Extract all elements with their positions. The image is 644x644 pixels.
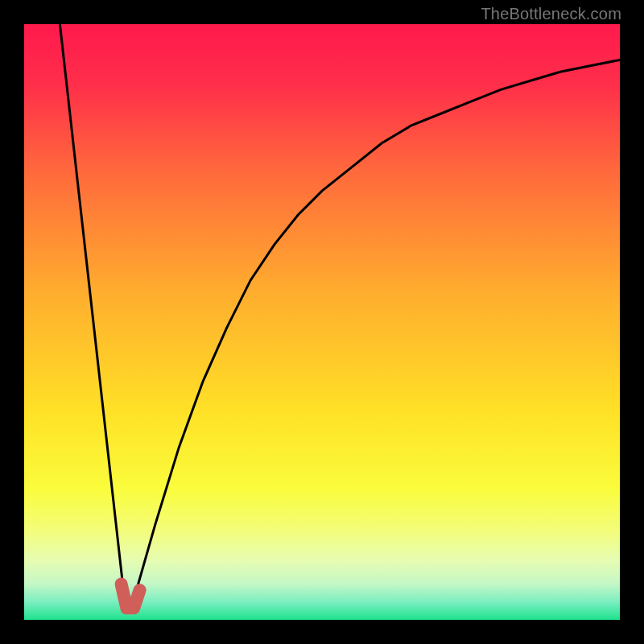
minimum-marker [122,584,140,609]
watermark-text: TheBottleneck.com [481,5,621,23]
plot-area [24,24,620,620]
left-falling-line [60,24,125,608]
right-rising-curve [131,60,620,608]
curve-layer [24,24,620,620]
chart-frame: TheBottleneck.com [0,0,644,644]
